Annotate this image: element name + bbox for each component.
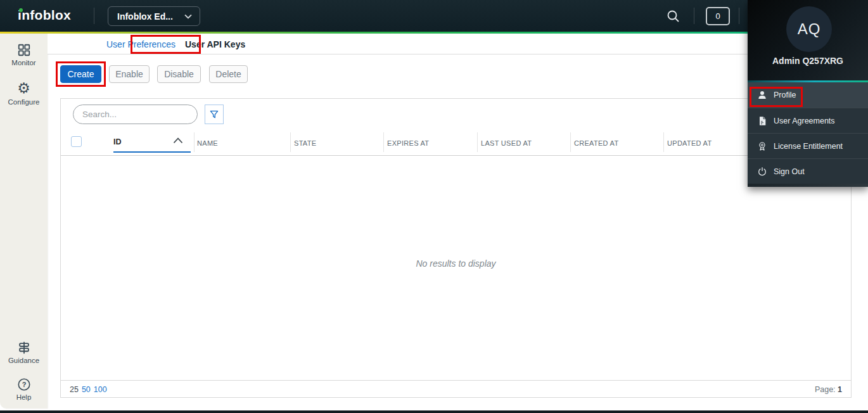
menu-item-sign-out[interactable]: Sign Out xyxy=(748,158,868,184)
delete-button[interactable]: Delete xyxy=(209,65,248,83)
column-separator xyxy=(194,132,195,152)
column-separator xyxy=(570,132,571,152)
column-separator xyxy=(477,132,478,152)
page-size-25[interactable]: 25 xyxy=(70,385,79,394)
sidebar-item-guidance[interactable]: Guidance xyxy=(0,341,48,364)
document-icon xyxy=(757,116,767,126)
sidebar-item-label: Help xyxy=(16,393,32,401)
avatar: AQ xyxy=(786,6,832,52)
search-input[interactable] xyxy=(73,105,198,124)
table-header-row: ID NAME STATE EXPIRES AT LAST USED AT CR… xyxy=(61,129,851,156)
top-navigation-bar: infoblox Infoblox Ed... 0 xyxy=(0,0,868,32)
column-header-id[interactable]: ID xyxy=(113,137,122,146)
power-icon xyxy=(757,167,767,177)
column-header-created-at[interactable]: CREATED AT xyxy=(574,139,618,147)
user-menu: Profile User Agreements License Entitlem… xyxy=(748,82,868,184)
topbar-divider xyxy=(694,8,694,24)
tab-user-preferences[interactable]: User Preferences xyxy=(106,34,176,54)
menu-item-license-entitlement[interactable]: License Entitlement xyxy=(748,133,868,158)
person-icon xyxy=(757,90,767,100)
topbar-divider xyxy=(739,8,739,24)
gear-icon: ⚙ xyxy=(0,81,48,96)
column-header-updated-at[interactable]: UPDATED AT xyxy=(667,139,712,147)
empty-table-message: No results to display xyxy=(61,258,851,269)
tab-user-api-keys[interactable]: User API Keys xyxy=(185,34,245,54)
help-icon: ? xyxy=(17,378,31,391)
column-separator xyxy=(663,132,664,152)
search-icon xyxy=(666,9,681,24)
filter-button[interactable] xyxy=(205,105,224,124)
page-size-100[interactable]: 100 xyxy=(94,385,107,394)
sidebar-item-label: Guidance xyxy=(8,357,39,364)
user-account-panel: AQ Admin Q257XRG Profile User Agreements xyxy=(748,0,868,187)
avatar-initials: AQ xyxy=(798,20,821,38)
select-all-checkbox[interactable] xyxy=(71,136,82,147)
global-search-button[interactable] xyxy=(666,9,681,24)
sidebar-item-help[interactable]: ? Help xyxy=(0,378,48,401)
enable-button[interactable]: Enable xyxy=(109,65,150,83)
svg-text:?: ? xyxy=(22,381,26,388)
logo-green-dot-icon xyxy=(19,8,23,12)
page-indicator: Page: 1 xyxy=(815,385,842,394)
column-header-state[interactable]: STATE xyxy=(294,139,316,147)
infoblox-logo: infoblox xyxy=(18,8,71,23)
signpost-icon xyxy=(17,341,31,355)
sort-ascending-icon xyxy=(173,137,183,144)
topbar-divider xyxy=(94,8,94,24)
create-button[interactable]: Create xyxy=(60,65,101,83)
sidebar-item-configure[interactable]: ⚙ Configure xyxy=(0,81,48,106)
page-label: Page: xyxy=(815,385,836,394)
page-size-50[interactable]: 50 xyxy=(82,385,91,394)
column-header-name[interactable]: NAME xyxy=(197,139,218,147)
menu-item-label: User Agreements xyxy=(774,117,835,125)
page-number: 1 xyxy=(838,385,842,394)
menu-item-profile[interactable]: Profile xyxy=(748,82,868,108)
api-keys-table: ID NAME STATE EXPIRES AT LAST USED AT CR… xyxy=(60,98,852,398)
badge-icon xyxy=(757,141,767,151)
funnel-icon xyxy=(209,110,219,120)
sidebar-item-label: Monitor xyxy=(11,59,35,67)
column-header-last-used-at[interactable]: LAST USED AT xyxy=(481,139,532,147)
menu-item-label: Profile xyxy=(774,91,796,99)
tab-bar: User Preferences User API Keys xyxy=(48,34,868,54)
menu-item-user-agreements[interactable]: User Agreements xyxy=(748,108,868,133)
menu-item-label: Sign Out xyxy=(774,167,805,176)
disable-button[interactable]: Disable xyxy=(157,65,201,83)
column-separator xyxy=(290,132,291,152)
notification-count: 0 xyxy=(715,11,720,21)
column-header-expires-at[interactable]: EXPIRES AT xyxy=(387,139,429,147)
table-footer: 25 50 100 Page: 1 xyxy=(61,380,851,398)
notification-counter[interactable]: 0 xyxy=(706,7,730,25)
column-separator xyxy=(383,132,384,152)
grid-icon xyxy=(17,43,31,57)
sorted-column-underline xyxy=(113,151,191,153)
app-switcher-dropdown[interactable]: Infoblox Ed... xyxy=(108,6,200,26)
chevron-down-icon xyxy=(184,14,192,19)
sidebar-item-monitor[interactable]: Monitor xyxy=(0,43,48,67)
menu-item-label: License Entitlement xyxy=(774,142,843,151)
app-switcher-label: Infoblox Ed... xyxy=(117,11,173,22)
sidebar-item-label: Configure xyxy=(8,98,40,106)
left-sidebar: Monitor ⚙ Configure Guidance ? Help xyxy=(0,34,48,409)
user-name: Admin Q257XRG xyxy=(748,56,868,66)
